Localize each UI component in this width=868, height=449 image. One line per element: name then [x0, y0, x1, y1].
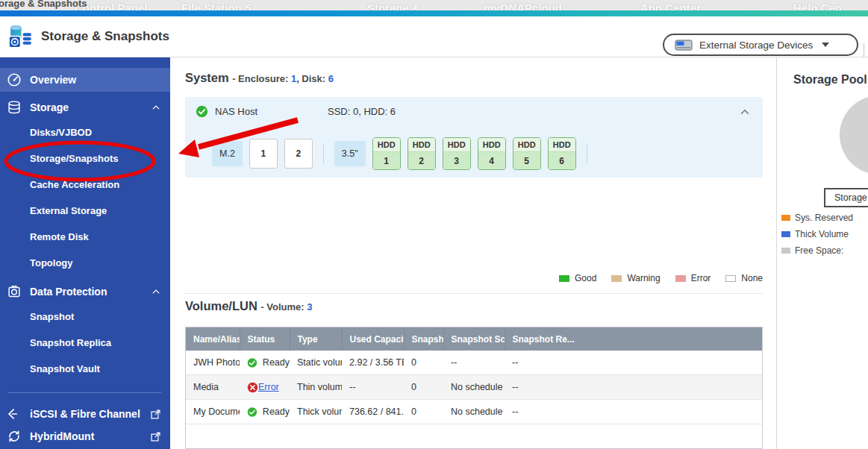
cell-schedule: No schedule: [443, 400, 505, 424]
sidebar-item-overview[interactable]: Overview: [0, 68, 170, 92]
volume-title: Volume/LUN: [185, 299, 257, 313]
cell-status: Ready: [240, 351, 290, 375]
nas-host-name: NAS Host: [215, 106, 301, 117]
storage-pool-panel: Storage Pool Storage Sys. Reserved Thick…: [776, 57, 868, 449]
sidebar-item-hybridmount[interactable]: HybridMount: [0, 425, 170, 448]
table-row-media[interactable]: Media Error Thin volume --: [186, 375, 762, 400]
sidebar-item-topology[interactable]: Topology: [0, 250, 170, 276]
gauge-icon: [6, 72, 22, 88]
col-name-alias[interactable]: Name/Alias: [186, 327, 240, 351]
nas-host-panel: NAS Host SSD: 0, HDD: 6 M.2 1 2 3.5" HDD…: [185, 97, 763, 178]
storage-pool-select-button[interactable]: Storage: [824, 188, 868, 207]
sidebar-item-storage-snapshots[interactable]: Storage/Snapshots: [0, 145, 170, 172]
dropdown-caret-icon: [822, 43, 829, 47]
nas-host-summary: SSD: 0, HDD: 6: [328, 106, 396, 117]
sidebar-label-overview: Overview: [30, 74, 76, 86]
hdd-type-label: HDD: [408, 138, 435, 152]
table-header-row: Name/Alias Status Type Used Capacity Sna…: [186, 327, 762, 351]
error-swatch: [675, 275, 686, 282]
window-tab-label: Storage & Snapshots: [0, 0, 87, 9]
cell-status: Error: [240, 375, 290, 400]
hdd-slot-5[interactable]: HDD 5: [513, 137, 541, 170]
status-ok-icon: [247, 406, 257, 418]
status-ok-icon: [196, 105, 208, 118]
hdd-slot-6[interactable]: HDD 6: [548, 137, 576, 170]
disk-slots-row: M.2 1 2 3.5" HDD 1 HDD 2 HDD 3 HDD: [212, 137, 598, 170]
warning-swatch: [611, 275, 622, 282]
legend-label: None: [741, 273, 763, 283]
col-snapshot-schedule[interactable]: Snapshot Sche...: [443, 327, 505, 351]
volume-table: Name/Alias Status Type Used Capacity Sna…: [185, 327, 763, 449]
storage-pool-legend: Sys. Reserved Thick Volume Free Space:: [781, 213, 853, 262]
sidebar-item-storage[interactable]: Storage: [0, 95, 170, 119]
sidebar-item-iscsi-fibre-channel[interactable]: iSCSI & Fibre Channel: [0, 403, 170, 425]
slot-separator: [587, 144, 587, 163]
hdd-slot-2[interactable]: HDD 2: [408, 137, 436, 170]
cell-snapshots: 0: [404, 351, 443, 375]
storage-pool-title: Storage Pool: [793, 73, 867, 87]
legend-label: Error: [691, 273, 711, 283]
external-drive-icon: [675, 38, 693, 51]
external-storage-devices-button[interactable]: External Storage Devices: [663, 34, 858, 56]
sidebar-item-disks-vjbod[interactable]: Disks/VJBOD: [0, 119, 170, 145]
volume-count-label: - Volume:: [260, 301, 304, 313]
status-text: Ready: [263, 406, 290, 417]
cell-name: JWH Photos: [186, 351, 240, 375]
hybridmount-sync-icon: [6, 428, 22, 445]
hdd-type-label: HDD: [478, 138, 505, 152]
hdd-number: 6: [549, 152, 575, 169]
sidebar-item-snapshot-vault[interactable]: Snapshot Vault: [0, 356, 170, 382]
thick-volume-swatch: [781, 231, 790, 237]
chevron-up-icon: [151, 102, 161, 113]
m2-slot-1[interactable]: 1: [249, 139, 278, 169]
storage-pool-pie-chart: [840, 95, 868, 175]
hdd-type-label: HDD: [549, 138, 575, 152]
collapse-chevron-icon[interactable]: [739, 106, 751, 118]
page-title: Storage & Snapshots: [41, 29, 169, 44]
chevron-up-icon: [151, 286, 161, 297]
legend-good: Good: [559, 273, 596, 283]
sidebar-item-snapshot-replica[interactable]: Snapshot Replica: [0, 330, 170, 356]
legend-label: Warning: [627, 273, 660, 283]
free-space-swatch: [781, 248, 790, 254]
col-type[interactable]: Type: [290, 327, 342, 351]
legend-label: Sys. Reserved: [795, 213, 853, 223]
sidebar: Overview Storage Disks/VJBOD Storage/Sna…: [0, 57, 170, 449]
system-title: System: [185, 71, 229, 84]
hdd-type-label: HDD: [373, 138, 400, 152]
cell-name: My Docume...: [186, 400, 240, 424]
system-section-header: System - Enclosure: 1, Disk: 6: [185, 71, 334, 85]
none-swatch: [725, 275, 736, 282]
window-gradient-bar: [0, 10, 868, 16]
sidebar-item-remote-disk[interactable]: Remote Disk: [0, 224, 170, 250]
volume-count: 3: [307, 301, 312, 313]
cell-snapshots: 0: [404, 400, 443, 424]
legend-thick-volume: Thick Volume: [781, 229, 853, 239]
hdd-slot-3[interactable]: HDD 3: [443, 137, 471, 170]
legend-error: Error: [675, 273, 711, 283]
col-snapshot-retention[interactable]: Snapshot Re...: [505, 327, 762, 351]
hdd-slot-4[interactable]: HDD 4: [478, 137, 506, 170]
table-row-jwh-photos[interactable]: JWH Photos Ready Static volume 2: [186, 351, 762, 375]
volume-section-header: Volume/LUN - Volume: 3: [185, 299, 312, 313]
col-snapshots[interactable]: Snapsh...: [404, 327, 443, 351]
sidebar-divider: [7, 392, 161, 393]
nas-host-row: NAS Host SSD: 0, HDD: 6: [196, 105, 396, 118]
external-storage-devices-label: External Storage Devices: [699, 40, 813, 51]
external-link-icon: [150, 409, 161, 420]
table-row-my-documents[interactable]: My Docume... Ready Thick volume: [186, 400, 762, 424]
sidebar-item-external-storage[interactable]: External Storage: [0, 198, 170, 224]
sidebar-item-cache-acceleration[interactable]: Cache Acceleration: [0, 172, 170, 198]
volume-subtitle: - Volume: 3: [260, 301, 312, 313]
hdd-slot-1[interactable]: HDD 1: [372, 137, 401, 170]
sidebar-item-snapshot[interactable]: Snapshot: [0, 304, 170, 330]
hdd-number: 3: [443, 152, 470, 169]
legend-none: None: [725, 273, 763, 283]
sidebar-item-data-protection[interactable]: Data Protection: [0, 280, 170, 304]
m2-slot-2[interactable]: 2: [284, 139, 313, 169]
sidebar-label-iscsi: iSCSI & Fibre Channel: [30, 408, 140, 420]
col-used-capacity[interactable]: Used Capacity: [342, 327, 404, 351]
col-status[interactable]: Status: [240, 327, 290, 351]
error-link[interactable]: Error: [258, 382, 279, 392]
bay-3-5-chip: 3.5": [334, 141, 366, 166]
